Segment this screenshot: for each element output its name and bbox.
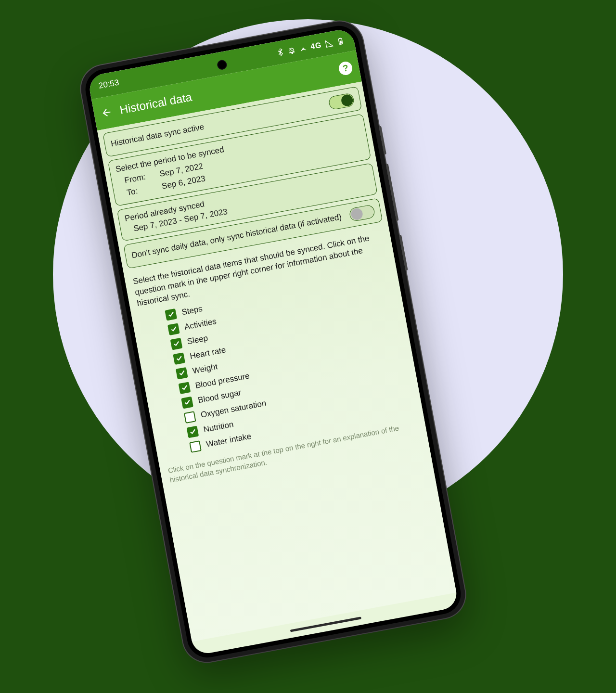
data-item-label: Nutrition bbox=[203, 420, 234, 435]
data-item-label: Activities bbox=[184, 317, 218, 332]
data-item-label: Heart rate bbox=[189, 345, 227, 361]
sync-active-toggle[interactable] bbox=[328, 92, 355, 110]
data-item-label: Sleep bbox=[186, 334, 208, 347]
checkbox[interactable] bbox=[165, 308, 177, 321]
back-icon[interactable] bbox=[100, 106, 113, 119]
network-label: 4G bbox=[310, 40, 322, 51]
checkbox[interactable] bbox=[176, 367, 188, 380]
period-to-label: To: bbox=[126, 184, 153, 198]
hotspot-icon bbox=[298, 44, 308, 53]
checkbox[interactable] bbox=[181, 397, 193, 409]
data-item-label: Water intake bbox=[205, 432, 252, 449]
signal-icon bbox=[325, 39, 334, 48]
battery-icon bbox=[336, 37, 345, 46]
data-item-label: Steps bbox=[181, 304, 203, 318]
checkbox[interactable] bbox=[179, 382, 191, 394]
checkbox[interactable] bbox=[170, 338, 183, 350]
status-time: 20:53 bbox=[98, 78, 119, 91]
help-icon[interactable]: ? bbox=[338, 61, 354, 77]
data-item-label: Blood sugar bbox=[197, 388, 242, 405]
data-item-label: Weight bbox=[192, 362, 218, 376]
bluetooth-icon bbox=[276, 48, 285, 57]
period-from-label: From: bbox=[124, 171, 150, 185]
only-historical-toggle[interactable] bbox=[348, 204, 375, 222]
notifications-off-icon bbox=[287, 46, 296, 55]
checkbox[interactable] bbox=[173, 352, 185, 365]
checkbox[interactable] bbox=[167, 323, 180, 335]
checkbox[interactable] bbox=[189, 440, 202, 453]
svg-rect-3 bbox=[339, 40, 342, 44]
checkbox[interactable] bbox=[187, 426, 199, 438]
checkbox[interactable] bbox=[184, 411, 196, 424]
